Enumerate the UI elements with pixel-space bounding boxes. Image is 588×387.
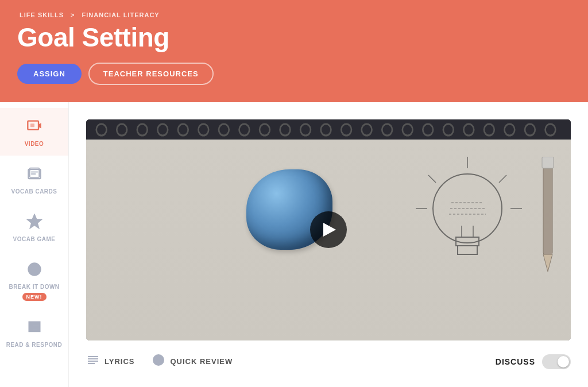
svg-marker-54	[543, 254, 552, 272]
sidebar-item-read-respond[interactable]: READ & RESPOND	[0, 309, 68, 357]
breadcrumb-part1: LIFE SKILLS	[20, 11, 64, 18]
lightbulb-sketch	[410, 151, 525, 323]
vocab-game-icon	[24, 211, 45, 232]
sidebar-break-it-down-label: BREAK IT DOWN	[9, 283, 59, 291]
sidebar-vocab-cards-label: VOCAB CARDS	[11, 188, 57, 195]
new-badge: NEW!	[22, 293, 47, 301]
content-area: LYRICS QUICK REVIEW DISCUSS	[69, 102, 588, 387]
lyrics-label: LYRICS	[105, 357, 134, 366]
sidebar-vocab-game-label: VOCAB GAME	[13, 235, 56, 243]
sidebar-item-video[interactable]: VIDEO	[0, 108, 68, 156]
lyrics-button[interactable]: LYRICS	[86, 353, 134, 370]
svg-rect-42	[458, 246, 477, 254]
bottom-bar: LYRICS QUICK REVIEW DISCUSS	[86, 351, 571, 370]
sidebar: VIDEO VOCAB CARDS VOCAB GAME	[0, 102, 69, 387]
svg-marker-7	[28, 215, 41, 227]
breadcrumb-part2: FINANCIAL LITERACY	[82, 11, 160, 18]
quick-review-label: QUICK REVIEW	[170, 357, 233, 366]
video-player[interactable]	[86, 119, 571, 340]
main-content: VIDEO VOCAB CARDS VOCAB GAME	[0, 102, 588, 387]
sidebar-item-break-it-down[interactable]: BREAK IT DOWN NEW!	[0, 251, 68, 309]
breadcrumb: LIFE SKILLS > FINANCIAL LITERACY	[17, 11, 571, 18]
svg-point-61	[157, 358, 160, 362]
discuss-section: DISCUSS	[496, 354, 571, 369]
svg-rect-16	[86, 119, 571, 140]
discuss-toggle[interactable]	[542, 354, 571, 369]
sidebar-item-vocab-game[interactable]: VOCAB GAME	[0, 203, 68, 251]
svg-line-49	[499, 175, 506, 183]
svg-rect-53	[543, 157, 552, 254]
header: LIFE SKILLS > FINANCIAL LITERACY Goal Se…	[0, 0, 588, 102]
vocab-cards-icon	[24, 164, 45, 184]
play-button[interactable]	[310, 211, 347, 248]
toggle-knob	[558, 356, 569, 367]
read-respond-icon	[24, 317, 45, 338]
pen-sketch	[531, 157, 565, 272]
quick-review-button[interactable]: QUICK REVIEW	[152, 353, 233, 370]
break-it-down-icon	[24, 259, 45, 280]
video-icon	[24, 116, 45, 137]
play-triangle-icon	[323, 223, 336, 237]
svg-rect-2	[30, 123, 34, 127]
page-title: Goal Setting	[17, 23, 571, 52]
quick-review-icon	[152, 353, 165, 370]
assign-button[interactable]: ASSIGN	[17, 64, 82, 84]
notebook-rings	[86, 119, 571, 140]
lyrics-icon	[86, 353, 100, 370]
svg-rect-55	[542, 157, 554, 168]
discuss-label: DISCUSS	[496, 357, 535, 366]
teacher-resources-button[interactable]: TEACHER RESOURCES	[88, 63, 214, 85]
sidebar-item-vocab-cards[interactable]: VOCAB CARDS	[0, 156, 68, 203]
header-buttons: ASSIGN TEACHER RESOURCES	[17, 63, 571, 85]
sidebar-read-respond-label: READ & RESPOND	[6, 341, 63, 349]
breadcrumb-separator: >	[71, 11, 75, 18]
sidebar-video-label: VIDEO	[25, 140, 44, 148]
svg-line-52	[428, 175, 436, 183]
